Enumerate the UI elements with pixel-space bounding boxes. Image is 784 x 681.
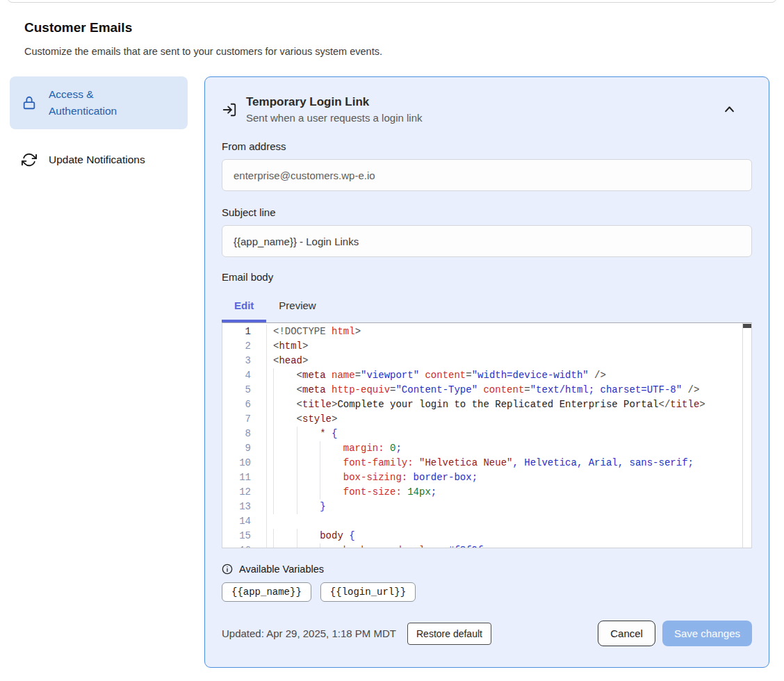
tab-edit[interactable]: Edit <box>222 293 266 322</box>
indent-guide <box>273 485 297 500</box>
line-number: 10 <box>222 456 257 470</box>
fold-gutter <box>257 397 267 412</box>
line-number: 16 <box>222 543 257 548</box>
fold-gutter <box>257 325 267 339</box>
previous-card-edge <box>7 0 777 3</box>
code-line: 15body { <box>222 529 751 543</box>
indent-guide <box>297 427 320 441</box>
sidebar-item-access-authentication[interactable]: Access & Authentication <box>10 76 188 129</box>
indent-guide <box>273 412 297 427</box>
line-number: 7 <box>222 412 257 427</box>
available-variables-label: Available Variables <box>239 564 324 575</box>
refresh-icon <box>21 151 38 168</box>
tab-preview[interactable]: Preview <box>266 293 328 322</box>
indent-guide <box>273 427 297 441</box>
subject-line-label: Subject line <box>222 206 752 218</box>
available-variables-row: Available Variables <box>222 564 752 575</box>
panel-header-text: Temporary Login Link Sent when a user re… <box>246 95 422 124</box>
indent-guide <box>273 383 297 397</box>
email-types-sidebar: Access & Authentication Update Notificat… <box>10 76 188 178</box>
fold-gutter <box>257 485 267 500</box>
fold-gutter <box>257 500 267 514</box>
scrollbar-thumb[interactable] <box>743 324 751 328</box>
line-number: 13 <box>222 500 257 514</box>
indent-guide <box>273 441 297 456</box>
fold-gutter <box>257 368 267 383</box>
editor-vertical-scrollbar[interactable] <box>742 323 751 548</box>
fold-gutter <box>257 529 267 543</box>
code-line-content: <meta http-equiv="Content-Type" content=… <box>267 383 699 397</box>
fold-gutter <box>257 456 267 470</box>
code-line-content: * { <box>267 427 337 441</box>
code-line: 13} <box>222 500 751 514</box>
line-number: 9 <box>222 441 257 456</box>
code-line-content: } <box>267 500 326 514</box>
indent-guide <box>297 529 320 543</box>
indent-guide <box>273 500 297 514</box>
line-number: 11 <box>222 470 257 485</box>
indent-guide <box>320 456 343 470</box>
email-body-tabs: Edit Preview <box>222 293 752 322</box>
code-editor[interactable]: 1<!DOCTYPE html>2<html>3<head>4<meta nam… <box>222 322 752 548</box>
code-line: 8* { <box>222 427 751 441</box>
lock-icon <box>21 95 38 111</box>
customer-emails-page: Customer Emails Customize the emails tha… <box>0 0 784 681</box>
indent-guide <box>297 485 320 500</box>
sidebar-item-update-notifications[interactable]: Update Notifications <box>10 142 188 178</box>
email-body-label: Email body <box>222 271 752 283</box>
code-line: 11box-sizing: border-box; <box>222 470 751 485</box>
line-number: 8 <box>222 427 257 441</box>
indent-guide <box>273 543 297 548</box>
indent-guide <box>273 397 297 412</box>
chevron-up-icon <box>724 107 735 117</box>
indent-guide <box>273 456 297 470</box>
restore-default-button[interactable]: Restore default <box>407 623 491 645</box>
updated-timestamp: Updated: Apr 29, 2025, 1:18 PM MDT <box>222 627 396 639</box>
variable-chip-app-name[interactable]: {{app_name}} <box>222 582 311 602</box>
panel-subtitle: Sent when a user requests a login link <box>246 112 422 124</box>
info-icon <box>222 564 233 575</box>
login-icon <box>222 102 237 120</box>
footer-actions: Cancel Save changes <box>598 621 752 646</box>
save-changes-button[interactable]: Save changes <box>662 621 752 646</box>
code-line-content: body { <box>267 529 355 543</box>
fold-gutter <box>257 543 267 548</box>
indent-guide <box>273 470 297 485</box>
code-line-content: <!DOCTYPE html> <box>267 325 361 339</box>
line-number: 3 <box>222 354 257 368</box>
code-line: 2<html> <box>222 339 751 354</box>
indent-guide <box>297 441 320 456</box>
line-number: 1 <box>222 325 257 339</box>
code-line-content: margin: 0; <box>267 441 402 456</box>
sidebar-item-label: Update Notifications <box>49 151 145 168</box>
line-number: 12 <box>222 485 257 500</box>
fold-gutter <box>257 354 267 368</box>
code-line: 6<title>Complete your login to the Repli… <box>222 397 751 412</box>
code-line-content: <head> <box>267 354 308 368</box>
code-line-content: <html> <box>267 339 308 354</box>
code-line: 4<meta name="viewport" content="width=de… <box>222 368 751 383</box>
cancel-button[interactable]: Cancel <box>598 621 655 646</box>
fold-gutter <box>257 470 267 485</box>
indent-guide <box>297 543 320 548</box>
line-number: 4 <box>222 368 257 383</box>
code-line-content <box>267 514 273 529</box>
fold-gutter <box>257 427 267 441</box>
code-line-content: <style> <box>267 412 337 427</box>
code-line-content: font-size: 14px; <box>267 485 436 500</box>
from-address-label: From address <box>222 140 752 152</box>
fold-gutter <box>257 441 267 456</box>
code-line: 1<!DOCTYPE html> <box>222 325 751 339</box>
subject-line-input[interactable] <box>222 225 752 257</box>
code-line: 12font-size: 14px; <box>222 485 751 500</box>
fold-gutter <box>257 514 267 529</box>
fold-gutter <box>257 339 267 354</box>
collapse-button[interactable] <box>724 104 735 117</box>
from-address-input[interactable] <box>222 159 752 191</box>
code-editor-lines: 1<!DOCTYPE html>2<html>3<head>4<meta nam… <box>222 323 751 548</box>
line-number: 6 <box>222 397 257 412</box>
page-title: Customer Emails <box>24 20 132 35</box>
variable-chip-login-url[interactable]: {{login_url}} <box>320 582 416 602</box>
line-number: 14 <box>222 514 257 529</box>
indent-guide <box>297 500 320 514</box>
